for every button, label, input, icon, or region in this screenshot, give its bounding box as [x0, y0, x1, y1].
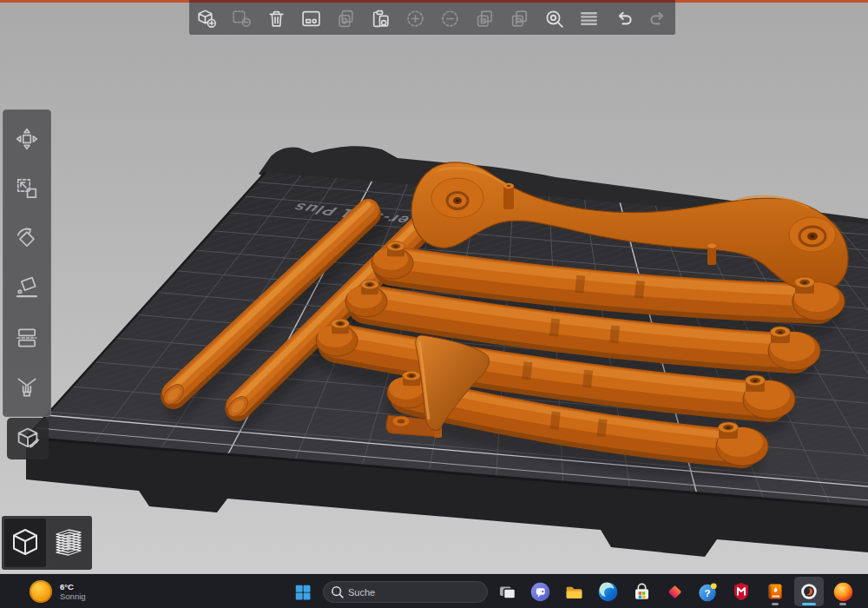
top-toolbar	[189, 3, 675, 35]
running-indicator	[839, 603, 846, 605]
weather-condition: Sonnig	[60, 591, 86, 601]
diamond-app-button[interactable]	[660, 577, 689, 606]
move-tool-button[interactable]	[8, 120, 46, 158]
support-paint-tool-button[interactable]	[8, 368, 46, 406]
question-app-button[interactable]: ?	[693, 577, 722, 606]
slicer-app-icon	[798, 580, 820, 603]
orange-book-app-button[interactable]	[760, 577, 790, 606]
paste-button[interactable]	[363, 4, 398, 34]
active-indicator	[802, 603, 816, 605]
duplicate-object-button[interactable]	[467, 4, 502, 34]
chat-icon	[529, 581, 551, 603]
add-instance-button[interactable]	[398, 4, 432, 34]
svg-text:?: ?	[704, 587, 710, 598]
rotate-tool-button[interactable]	[8, 219, 46, 257]
search-button[interactable]	[536, 4, 571, 34]
solid-view-button[interactable]	[4, 519, 46, 567]
file-explorer-button[interactable]	[559, 577, 589, 606]
add-model-button[interactable]	[189, 4, 224, 34]
microsoft-store-icon	[631, 581, 653, 603]
start-button[interactable]	[292, 581, 314, 604]
windows-logo-icon	[293, 583, 312, 602]
slicer-app-button[interactable]	[794, 577, 824, 606]
firefox-icon	[832, 581, 854, 603]
mcafee-button[interactable]	[727, 577, 756, 606]
taskbar-search[interactable]	[323, 581, 488, 603]
left-toolbar	[3, 109, 51, 417]
file-explorer-icon	[563, 581, 585, 603]
weather-widget[interactable]: 6°C Sonnig	[30, 578, 86, 605]
remove-instance-button[interactable]	[432, 4, 467, 34]
delete-model-button[interactable]	[259, 4, 293, 34]
object-list-button[interactable]	[571, 4, 606, 34]
windows-taskbar: 6°C Sonnig ?	[0, 574, 868, 608]
layer-view-button[interactable]	[49, 519, 90, 567]
viewport-3d[interactable]: Ender-3 S1 Plus	[0, 0, 868, 573]
view-mode-toggle	[2, 516, 92, 570]
copy-button[interactable]	[328, 4, 363, 34]
redo-button[interactable]	[641, 4, 675, 34]
sun-icon	[30, 580, 52, 603]
microsoft-store-button[interactable]	[627, 577, 656, 606]
question-app-icon: ?	[697, 581, 719, 603]
lay-on-face-tool-button[interactable]	[8, 269, 46, 307]
firefox-button[interactable]	[828, 577, 858, 606]
chat-button[interactable]	[525, 577, 555, 606]
paste-profile-button[interactable]	[502, 4, 536, 34]
task-view-button[interactable]	[492, 577, 522, 606]
remove-model-button[interactable]	[224, 4, 259, 34]
toolbar-accent-line	[189, 0, 675, 3]
cut-tool-button[interactable]	[8, 319, 46, 357]
weather-temperature: 6°C	[60, 582, 86, 591]
mcafee-shield-icon	[731, 581, 752, 602]
search-icon	[329, 584, 346, 601]
task-view-icon	[496, 581, 517, 602]
search-input[interactable]	[346, 586, 471, 598]
orange-book-icon	[765, 581, 786, 602]
running-indicator	[772, 603, 779, 605]
diamond-app-icon	[664, 581, 686, 603]
edge-button[interactable]	[593, 577, 622, 606]
seam-paint-tool-button[interactable]	[7, 418, 49, 459]
scale-tool-button[interactable]	[8, 169, 46, 208]
arrange-plate-button[interactable]	[293, 4, 328, 34]
edge-icon	[597, 581, 619, 603]
undo-button[interactable]	[606, 4, 641, 34]
